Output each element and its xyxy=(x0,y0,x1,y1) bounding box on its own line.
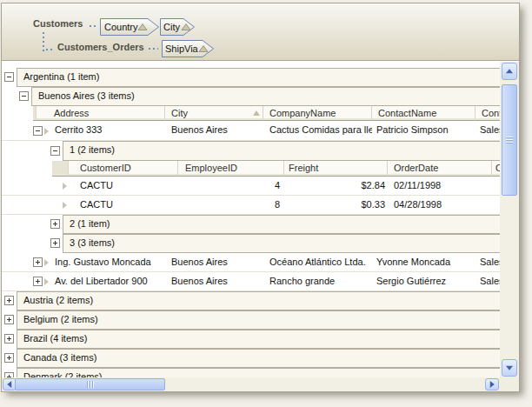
header-indent-cell xyxy=(52,161,69,177)
groupby-pill-shipvia[interactable]: ShipVia xyxy=(161,39,215,58)
cell-contactname: Patricio Simpson xyxy=(372,121,475,140)
row-selector-icon[interactable] xyxy=(63,183,67,190)
cell-freight: $0.33 xyxy=(284,196,388,214)
group-bar[interactable]: Canada (3 items) xyxy=(17,349,500,368)
scroll-up-button[interactable] xyxy=(502,63,517,80)
parent-band-header: Address City CompanyName ContactName Con… xyxy=(2,106,500,121)
collapse-icon[interactable] xyxy=(19,91,29,101)
expand-icon[interactable] xyxy=(33,277,43,286)
group-bar[interactable]: Belgium (2 items) xyxy=(17,310,500,330)
grid-viewport: Argentina (1 item) Buenos Aires (3 items… xyxy=(2,62,500,377)
group-row-shipvia-1: 1 (2 items) xyxy=(2,141,500,161)
child-data-row[interactable]: CACTU 4 $2.84 02/11/1998 xyxy=(2,177,500,196)
cell-employeeid: 8 xyxy=(178,196,284,214)
connector-dots xyxy=(90,25,97,27)
column-header-contacttitle[interactable]: Cont xyxy=(475,106,500,121)
arrow-up-icon xyxy=(506,69,513,73)
band-label-customers: Customers xyxy=(33,18,83,29)
column-header-freight[interactable]: Freight xyxy=(284,161,388,177)
cell-companyname: Cactus Comidas para lle xyxy=(263,121,372,140)
data-row[interactable]: Av. del Libertador 900 Buenos Aires Ranc… xyxy=(2,272,500,291)
collapse-icon[interactable] xyxy=(4,72,14,82)
pill-label: Country xyxy=(104,22,138,32)
row-selector-icon[interactable] xyxy=(44,128,49,135)
column-header-orderdate[interactable]: OrderDate xyxy=(388,161,492,177)
arrow-right-icon xyxy=(490,381,495,388)
cell-address: Ing. Gustavo Moncada xyxy=(37,253,165,271)
expand-icon[interactable] xyxy=(50,238,60,248)
groupby-pill-country[interactable]: Country xyxy=(99,17,160,37)
data-row[interactable]: Cerrito 333 Buenos Aires Cactus Comidas … xyxy=(2,121,500,141)
expand-icon[interactable] xyxy=(4,353,14,363)
cell-contacttitle: Sales xyxy=(475,272,500,290)
group-bar[interactable]: Austria (2 items) xyxy=(17,291,500,310)
column-header-orderid[interactable]: O xyxy=(492,161,500,177)
expand-icon[interactable] xyxy=(4,334,14,344)
connector-dots xyxy=(43,30,44,51)
child-band-header: CustomerID EmployeeID Freight OrderDate … xyxy=(2,161,500,177)
vertical-scrollbar[interactable] xyxy=(500,62,519,377)
arrow-down-icon xyxy=(506,366,513,370)
cell-contacttitle: Sales xyxy=(475,121,500,140)
row-selector-icon[interactable] xyxy=(44,278,49,285)
group-bar[interactable]: 1 (2 items) xyxy=(63,141,500,161)
group-bar[interactable]: 3 (3 items) xyxy=(63,234,500,253)
application-background: Customers Customers_Orders Country City xyxy=(0,0,532,407)
hierarchical-grid-control: Customers Customers_Orders Country City xyxy=(1,3,520,392)
group-row-buenos-aires: Buenos Aires (3 items) xyxy=(2,87,500,106)
pill-label: ShipVia xyxy=(165,43,199,54)
cell-address: Av. del Libertador 900 xyxy=(37,272,165,290)
expand-icon[interactable] xyxy=(4,296,14,305)
row-selector-icon[interactable] xyxy=(44,259,49,266)
groupby-panel: Customers Customers_Orders Country City xyxy=(2,3,519,61)
group-row-canada: Canada (3 items) xyxy=(2,349,500,368)
cell-contacttitle: Sales xyxy=(475,253,500,271)
group-row-shipvia-3: 3 (3 items) xyxy=(2,234,500,253)
group-bar[interactable]: 2 (1 item) xyxy=(63,215,500,234)
cell-employeeid: 4 xyxy=(178,177,284,195)
scrollbar-corner xyxy=(500,377,519,391)
cell-address: Cerrito 333 xyxy=(37,121,165,140)
collapse-icon[interactable] xyxy=(33,126,43,136)
collapse-icon[interactable] xyxy=(50,146,60,156)
group-bar[interactable]: Denmark (2 items) xyxy=(17,368,500,377)
cell-city: Buenos Aires xyxy=(165,121,263,140)
cell-orderdate: 02/11/1998 xyxy=(388,177,492,195)
scroll-down-button[interactable] xyxy=(502,359,517,377)
row-selector-icon[interactable] xyxy=(63,202,67,209)
horizontal-scrollbar-thumb[interactable] xyxy=(15,378,165,390)
group-row-argentina: Argentina (1 item) xyxy=(2,68,500,87)
group-row-shipvia-2: 2 (1 item) xyxy=(2,215,500,234)
column-header-address[interactable]: Address xyxy=(37,106,165,121)
column-header-companyname[interactable]: CompanyName xyxy=(263,106,372,121)
groupby-pill-city[interactable]: City xyxy=(159,17,196,37)
column-header-contactname[interactable]: ContactName xyxy=(372,106,475,121)
group-row-brazil: Brazil (4 items) xyxy=(2,330,500,349)
child-data-row[interactable]: CACTU 8 $0.33 04/28/1998 xyxy=(2,196,500,215)
vertical-scrollbar-thumb[interactable] xyxy=(502,84,517,196)
horizontal-scrollbar[interactable] xyxy=(2,377,500,391)
column-header-customerid[interactable]: CustomerID xyxy=(69,161,178,177)
cell-customerid: CACTU xyxy=(69,196,178,214)
expand-icon[interactable] xyxy=(50,219,60,229)
expand-icon[interactable] xyxy=(33,257,43,267)
cell-freight: $2.84 xyxy=(284,177,388,195)
pill-label: City xyxy=(163,22,180,32)
cell-contactname: Sergio Gutiérrez xyxy=(372,272,475,290)
data-row[interactable]: Ing. Gustavo Moncada Buenos Aires Océano… xyxy=(2,253,500,272)
connector-dots xyxy=(149,48,158,50)
cell-companyname: Rancho grande xyxy=(263,272,372,290)
connector-dots xyxy=(46,49,55,50)
arrow-left-icon xyxy=(7,381,11,388)
column-header-employeeid[interactable]: EmployeeID xyxy=(178,161,284,177)
group-bar[interactable]: Brazil (4 items) xyxy=(17,330,500,349)
group-bar[interactable]: Buenos Aires (3 items) xyxy=(31,87,500,106)
expand-icon[interactable] xyxy=(4,315,14,324)
cell-companyname: Océano Atlántico Ltda. xyxy=(263,253,372,271)
scroll-right-button[interactable] xyxy=(485,378,499,390)
cell-city: Buenos Aires xyxy=(165,272,263,290)
group-bar[interactable]: Argentina (1 item) xyxy=(17,68,500,87)
column-header-city[interactable]: City xyxy=(165,106,263,121)
group-row-austria: Austria (2 items) xyxy=(2,291,500,310)
group-row-denmark: Denmark (2 items) xyxy=(2,368,500,377)
